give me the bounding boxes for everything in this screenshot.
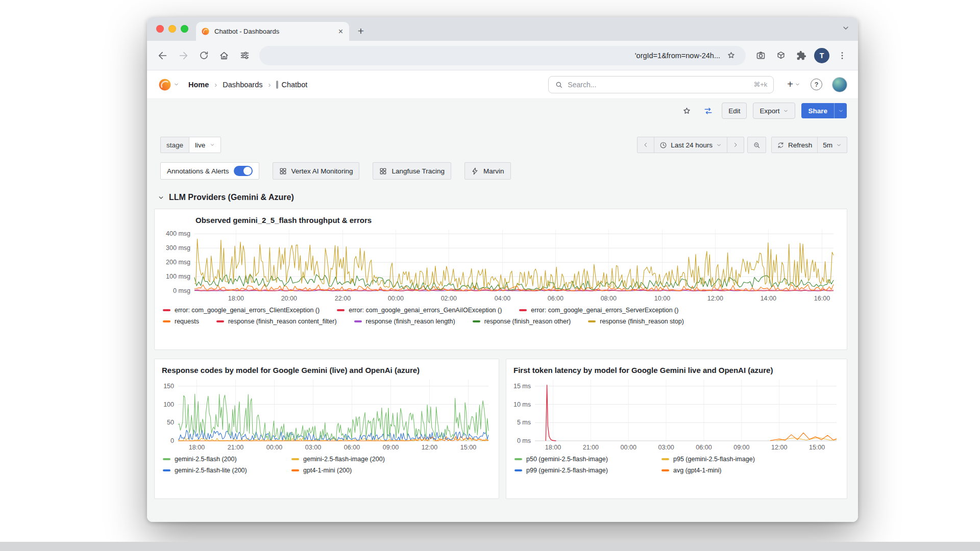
chart-container: 0 msg100 msg200 msg300 msg400 msg18:0020… xyxy=(155,227,847,303)
time-shift-back-button[interactable] xyxy=(637,137,654,153)
url-text: 'orgId=1&from=now-24h... xyxy=(635,52,720,60)
panel-title[interactable]: First token latency by model for Google … xyxy=(506,359,847,375)
timeseries-chart[interactable]: 0 msg100 msg200 msg300 msg400 msg18:0020… xyxy=(158,227,842,303)
favorite-dashboard-button[interactable] xyxy=(679,103,694,118)
refresh-button[interactable]: Refresh xyxy=(771,137,818,153)
share-split-button: Share xyxy=(801,103,847,118)
legend-item[interactable]: response (finish_reason other) xyxy=(473,318,571,325)
forward-arrow-icon xyxy=(178,50,189,61)
apps-grid-icon xyxy=(279,167,287,175)
breadcrumb-current[interactable]: Chatbot xyxy=(276,81,307,89)
annotations-toggle[interactable] xyxy=(234,166,253,176)
legend-item[interactable]: p50 (gemini-2.5-flash-image) xyxy=(514,456,662,463)
legend-item[interactable]: requests xyxy=(163,318,199,325)
legend-item[interactable]: response (finish_reason content_filter) xyxy=(216,318,337,325)
export-button[interactable]: Export xyxy=(753,103,795,119)
dashboard-controls: stage live Last 24 hours xyxy=(160,137,847,153)
svg-text:18:00: 18:00 xyxy=(189,444,205,451)
link-marvin[interactable]: Marvin xyxy=(464,162,511,180)
legend-item[interactable]: error: com_google_genai_errors_ServerExc… xyxy=(519,307,678,314)
legend-item[interactable]: p95 (gemini-2.5-flash-image) xyxy=(662,456,847,463)
legend-item[interactable]: avg (gpt4-1-mini) xyxy=(662,467,847,474)
legend-item[interactable]: gemini-2.5-flash-image (200) xyxy=(291,456,499,463)
browser-menu-button[interactable] xyxy=(832,46,852,65)
tab-close-button[interactable]: × xyxy=(337,28,344,36)
legend-item[interactable]: response (finish_reason stop) xyxy=(588,318,684,325)
plus-icon: + xyxy=(787,79,793,90)
time-range-picker[interactable]: Last 24 hours xyxy=(654,137,727,153)
back-button[interactable] xyxy=(153,46,173,65)
legend-item[interactable]: gpt4-1-mini (200) xyxy=(291,467,499,474)
link-langfuse-tracing[interactable]: Langfuse Tracing xyxy=(373,162,451,180)
nav-right-actions: + ? xyxy=(787,78,847,92)
legend-series-marker xyxy=(291,469,299,471)
shared-dashboard-button[interactable] xyxy=(700,103,716,118)
tab-strip: Chatbot - Dashboards × + xyxy=(147,17,858,41)
time-shift-forward-button[interactable] xyxy=(727,137,744,153)
chevron-right-icon xyxy=(732,142,739,148)
svg-text:12:00: 12:00 xyxy=(422,444,437,451)
cube-extension-button[interactable] xyxy=(771,46,791,65)
link-vertex-ai-monitoring[interactable]: Vertex AI Monitoring xyxy=(273,162,360,180)
address-bar[interactable]: 'orgId=1&from=now-24h... xyxy=(259,46,746,65)
chevron-down-icon xyxy=(836,142,842,148)
chevron-down-icon xyxy=(158,194,164,201)
browser-profile-avatar[interactable]: T xyxy=(814,48,829,63)
share-button[interactable]: Share xyxy=(801,103,834,118)
variable-label: stage xyxy=(160,137,189,153)
breadcrumb-home[interactable]: Home xyxy=(188,81,209,89)
user-avatar[interactable] xyxy=(832,78,847,92)
legend-item[interactable]: error: com_google_genai_errors_ClientExc… xyxy=(163,307,320,314)
svg-text:02:00: 02:00 xyxy=(441,295,457,302)
svg-text:00:00: 00:00 xyxy=(621,444,636,451)
tab-overflow-chevron[interactable] xyxy=(842,24,850,34)
legend-item[interactable]: response (finish_reason length) xyxy=(354,318,455,325)
dashboard-canvas: stage live Last 24 hours xyxy=(147,122,858,522)
star-icon xyxy=(682,106,692,116)
grafana-logo-menu[interactable] xyxy=(158,78,179,91)
bookmark-button[interactable] xyxy=(723,48,739,63)
home-button[interactable] xyxy=(214,46,234,65)
dashboard-row-header[interactable]: LLM Providers (Gemini & Azure) xyxy=(158,193,847,202)
grafana-top-nav: Home › Dashboards › Chatbot Search... ⌘+… xyxy=(147,70,858,99)
legend-item[interactable]: p99 (gemini-2.5-flash-image) xyxy=(514,467,662,474)
legend-item[interactable]: gemini-2.5-flash-lite (200) xyxy=(163,467,291,474)
screenshot-button[interactable] xyxy=(751,46,770,65)
minimize-window-button[interactable] xyxy=(168,25,176,33)
help-button[interactable]: ? xyxy=(811,79,822,90)
search-input[interactable]: Search... ⌘+k xyxy=(548,76,774,93)
legend-series-marker xyxy=(519,309,527,311)
zoom-out-button[interactable] xyxy=(747,137,766,153)
timeseries-chart[interactable]: 0 ms5 ms10 ms15 ms18:0021:0000:0003:0006… xyxy=(509,377,843,452)
legend-series-marker xyxy=(473,320,480,322)
panel-title[interactable]: Response codes by model for Google Gemin… xyxy=(155,359,499,375)
zoom-window-button[interactable] xyxy=(181,25,188,33)
close-window-button[interactable] xyxy=(156,25,164,33)
reload-button[interactable] xyxy=(194,46,213,65)
reload-icon xyxy=(199,50,209,61)
legend-item[interactable]: gemini-2.5-flash (200) xyxy=(163,456,291,463)
refresh-interval-dropdown[interactable]: 5m xyxy=(817,137,847,153)
new-tab-button[interactable]: + xyxy=(353,23,369,39)
browser-tab[interactable]: Chatbot - Dashboards × xyxy=(196,22,349,41)
swap-arrows-icon xyxy=(703,106,713,116)
chevron-left-icon xyxy=(643,142,649,148)
breadcrumb-dashboards[interactable]: Dashboards xyxy=(223,81,262,89)
chart-container: 0 ms5 ms10 ms15 ms18:0021:0000:0003:0006… xyxy=(506,377,847,452)
svg-text:400 msg: 400 msg xyxy=(166,230,190,237)
svg-text:5 ms: 5 ms xyxy=(517,419,531,426)
panel-title[interactable]: Observed gemini_2_5_flash throughput & e… xyxy=(155,209,847,226)
chart-legend: p50 (gemini-2.5-flash-image)p95 (gemini-… xyxy=(506,452,847,474)
share-menu-button[interactable] xyxy=(834,103,847,118)
variable-value-dropdown[interactable]: live xyxy=(189,137,221,153)
chart-container: 05010015018:0021:0000:0003:0006:0009:001… xyxy=(155,377,499,452)
new-menu-button[interactable]: + xyxy=(787,79,800,90)
extensions-button[interactable] xyxy=(792,46,811,65)
tune-button[interactable] xyxy=(235,46,254,65)
legend-item[interactable]: error: com_google_genai_errors_GenAiIOEx… xyxy=(337,307,502,314)
puzzle-icon xyxy=(796,51,806,61)
timeseries-chart[interactable]: 05010015018:0021:0000:0003:0006:0009:001… xyxy=(158,377,495,452)
forward-button[interactable] xyxy=(174,46,193,65)
row-title: LLM Providers (Gemini & Azure) xyxy=(169,193,294,202)
edit-button[interactable]: Edit xyxy=(722,103,747,119)
